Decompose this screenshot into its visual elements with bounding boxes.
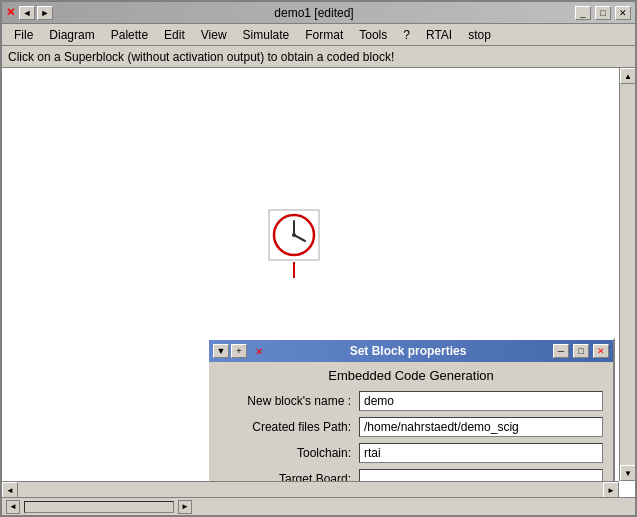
svg-point-4 bbox=[292, 233, 296, 237]
main-canvas-area: ▼ + ✕ Set Block properties ─ □ ✕ Embedde… bbox=[2, 68, 635, 497]
dialog-x-icon: ✕ bbox=[255, 346, 263, 357]
window-minimize-button[interactable]: _ bbox=[575, 6, 591, 20]
dialog-maximize-button[interactable]: □ bbox=[573, 344, 589, 358]
dialog-title-bar: ▼ + ✕ Set Block properties ─ □ ✕ bbox=[209, 340, 613, 362]
menu-help[interactable]: ? bbox=[395, 26, 418, 44]
form-row-toolchain: Toolchain: bbox=[219, 443, 603, 463]
menu-rtai[interactable]: RTAI bbox=[418, 26, 460, 44]
window-maximize-button[interactable]: □ bbox=[595, 6, 611, 20]
label-block-name: New block's name : bbox=[219, 394, 359, 408]
menu-file[interactable]: File bbox=[6, 26, 41, 44]
menu-edit[interactable]: Edit bbox=[156, 26, 193, 44]
scroll-down-button[interactable]: ▼ bbox=[620, 465, 635, 481]
scrollbar-bottom: ◄ ► bbox=[2, 481, 619, 497]
input-toolchain[interactable] bbox=[359, 443, 603, 463]
window-title: demo1 [edited] bbox=[57, 6, 571, 20]
input-block-name[interactable] bbox=[359, 391, 603, 411]
scroll-right-button[interactable]: ► bbox=[603, 482, 619, 497]
scroll-track-right[interactable] bbox=[620, 84, 635, 465]
dialog-minimize-button[interactable]: ─ bbox=[553, 344, 569, 358]
menu-tools[interactable]: Tools bbox=[351, 26, 395, 44]
menu-bar: File Diagram Palette Edit View Simulate … bbox=[2, 24, 635, 46]
menu-view[interactable]: View bbox=[193, 26, 235, 44]
dialog-title: Set Block properties bbox=[267, 344, 549, 358]
label-toolchain: Toolchain: bbox=[219, 446, 359, 460]
menu-palette[interactable]: Palette bbox=[103, 26, 156, 44]
canvas[interactable]: ▼ + ✕ Set Block properties ─ □ ✕ Embedde… bbox=[2, 68, 635, 497]
scroll-track-bottom[interactable] bbox=[18, 482, 603, 497]
scroll-left-button[interactable]: ◄ bbox=[2, 482, 18, 497]
dialog-expand-button[interactable]: + bbox=[231, 344, 247, 358]
dialog-close-button[interactable]: ✕ bbox=[593, 344, 609, 358]
title-bar: ✕ ◄ ► demo1 [edited] _ □ ✕ bbox=[2, 2, 635, 24]
label-files-path: Created files Path: bbox=[219, 420, 359, 434]
menu-format[interactable]: Format bbox=[297, 26, 351, 44]
bottom-bar: ◄ ► bbox=[2, 497, 635, 515]
bottom-right-arrow[interactable]: ► bbox=[178, 500, 192, 514]
window-x-icon: ✕ bbox=[6, 6, 15, 19]
window-next-button[interactable]: ► bbox=[37, 6, 53, 20]
block-connector bbox=[293, 262, 295, 278]
scrollbar-right: ▲ ▼ bbox=[619, 68, 635, 481]
scroll-up-button[interactable]: ▲ bbox=[620, 68, 635, 84]
menu-simulate[interactable]: Simulate bbox=[235, 26, 298, 44]
form-row-path: Created files Path: bbox=[219, 417, 603, 437]
form-row-name: New block's name : bbox=[219, 391, 603, 411]
set-block-properties-dialog: ▼ + ✕ Set Block properties ─ □ ✕ Embedde… bbox=[207, 338, 615, 497]
bottom-left-arrow[interactable]: ◄ bbox=[6, 500, 20, 514]
bottom-scroll-track[interactable] bbox=[24, 501, 174, 513]
status-bar: Click on a Superblock (without activatio… bbox=[2, 46, 635, 68]
title-bar-buttons: ◄ ► bbox=[19, 6, 53, 20]
status-message: Click on a Superblock (without activatio… bbox=[8, 50, 394, 64]
menu-diagram[interactable]: Diagram bbox=[41, 26, 102, 44]
clock-icon bbox=[267, 208, 321, 262]
window-prev-button[interactable]: ◄ bbox=[19, 6, 35, 20]
dialog-collapse-button[interactable]: ▼ bbox=[213, 344, 229, 358]
clock-block[interactable] bbox=[267, 208, 321, 278]
menu-stop[interactable]: stop bbox=[460, 26, 499, 44]
dialog-title-buttons: ▼ + bbox=[213, 344, 247, 358]
input-files-path[interactable] bbox=[359, 417, 603, 437]
window-close-button[interactable]: ✕ bbox=[615, 6, 631, 20]
dialog-section-title: Embedded Code Generation bbox=[209, 362, 613, 387]
main-window: ✕ ◄ ► demo1 [edited] _ □ ✕ File Diagram … bbox=[0, 0, 637, 517]
